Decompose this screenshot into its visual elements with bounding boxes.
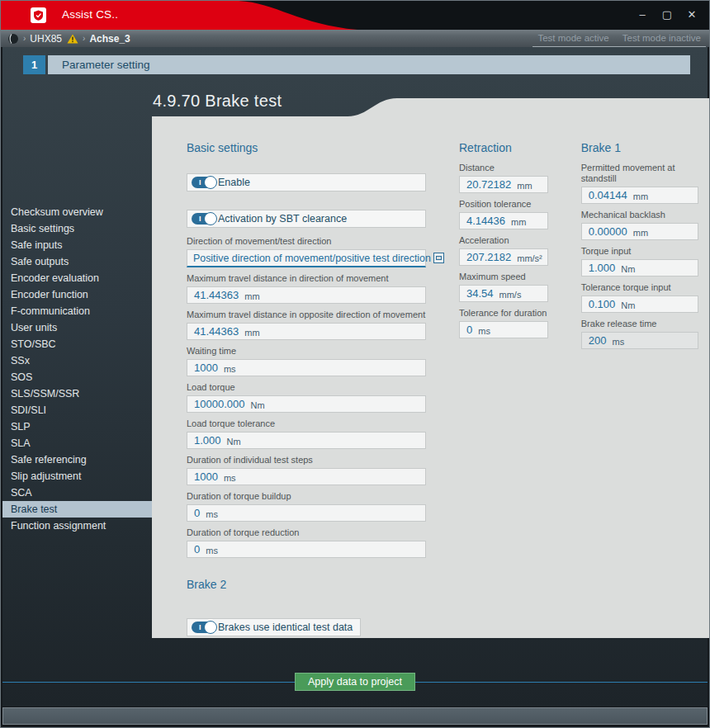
field-input[interactable]: 41.44363mm	[187, 323, 426, 340]
field-input[interactable]: 34.54mm/s	[459, 285, 548, 302]
field-unit: ms	[224, 473, 236, 483]
enable-toggle[interactable]: I Enable	[187, 173, 426, 191]
status-bar	[2, 707, 708, 725]
content-panel: Basic settings I Enable I Activation by …	[152, 98, 709, 638]
toggle-on-icon: I	[192, 622, 216, 633]
field-label: Load torque	[187, 382, 426, 393]
field-value: 41.44363	[194, 289, 239, 301]
sidebar-item-checksum-overview[interactable]: Checksum overview	[2, 204, 152, 220]
field-input[interactable]: 207.2182mm/s²	[459, 248, 548, 266]
maximize-button[interactable]: ▢	[658, 6, 676, 22]
field-group: Tolerance for duration0ms	[459, 308, 548, 338]
field-unit: Nm	[621, 300, 635, 310]
field-input[interactable]: 4.14436mm	[459, 212, 548, 229]
field-group: Duration of individual test steps1000ms	[187, 455, 426, 485]
field-input[interactable]: 200ms	[581, 332, 698, 349]
sidebar-item-slip-adjustment[interactable]: Slip adjustment	[2, 468, 152, 485]
field-input[interactable]: 20.72182mm	[459, 176, 548, 193]
panel-curve-decoration	[152, 98, 709, 116]
apply-data-button[interactable]: Apply data to project	[295, 673, 415, 691]
step-title-bar[interactable]: Parameter setting	[48, 55, 690, 74]
direction-dropdown-group: Direction of movement/test direction Pos…	[187, 236, 426, 267]
field-value: 0.00000	[589, 225, 627, 238]
field-label: Tolerance for duration	[459, 308, 548, 319]
field-input[interactable]: 41.44363mm	[187, 286, 426, 304]
field-unit: mm	[511, 217, 526, 227]
sidebar-item-sca[interactable]: SCA	[2, 485, 152, 501]
sidebar-item-function-assignment[interactable]: Function assignment	[2, 518, 152, 534]
field-input[interactable]: 0ms	[459, 321, 548, 338]
breadcrumb: › UHX85 › Achse_3 Test mode active Test …	[1, 30, 709, 47]
sbt-clearance-toggle[interactable]: I Activation by SBT clearance	[187, 210, 426, 228]
sidebar-item-slp[interactable]: SLP	[2, 418, 152, 435]
field-label: Permitted movement at standstill	[581, 163, 698, 184]
field-input[interactable]: 10000.000Nm	[187, 395, 426, 413]
field-group: Position tolerance4.14436mm	[459, 199, 548, 229]
field-unit: ms	[612, 337, 624, 347]
field-unit: mm/s	[499, 290, 522, 300]
field-input[interactable]: 1000ms	[187, 468, 426, 485]
field-label: Maximum travel distance in opposite dire…	[187, 310, 426, 320]
sidebar-item-sls-ssm-ssr[interactable]: SLS/SSM/SSR	[2, 385, 152, 402]
field-group: Maximum travel distance in direction of …	[187, 273, 426, 304]
network-icon[interactable]	[7, 33, 19, 45]
field-input[interactable]: 0.00000mm	[581, 223, 698, 240]
field-label: Waiting time	[187, 346, 426, 357]
field-value: 0	[194, 543, 200, 555]
field-unit: mm	[244, 328, 259, 338]
field-unit: ms	[478, 326, 490, 336]
sidebar-item-encoder-evaluation[interactable]: Encoder evaluation	[2, 270, 152, 286]
field-input[interactable]: 0.04144mm	[581, 187, 698, 204]
sidebar-item-basic-settings[interactable]: Basic settings	[2, 220, 152, 237]
basic-settings-heading: Basic settings	[187, 141, 426, 154]
sidebar-item-safe-inputs[interactable]: Safe inputs	[2, 237, 152, 253]
sidebar-item-encoder-function[interactable]: Encoder function	[2, 286, 152, 303]
field-group: Load torque10000.000Nm	[187, 382, 426, 413]
field-group: Permitted movement at standstill0.04144m…	[581, 163, 698, 204]
sidebar-item-f-communication[interactable]: F-communication	[2, 303, 152, 319]
field-group: Torque input1.000Nm	[581, 246, 698, 277]
field-label: Duration of individual test steps	[187, 455, 426, 466]
main-area: 1 Parameter setting 4.9.70 Brake test Ch…	[2, 47, 708, 707]
field-value: 1000	[194, 470, 218, 483]
field-input[interactable]: 0.100Nm	[581, 295, 698, 313]
sidebar-item-sto-sbc[interactable]: STO/SBC	[2, 336, 152, 352]
field-input[interactable]: 0ms	[187, 504, 426, 522]
field-label: Mechanical backlash	[581, 210, 698, 220]
field-unit: Nm	[621, 264, 635, 274]
test-mode-active-tab[interactable]: Test mode active	[537, 33, 608, 43]
close-button[interactable]: ✕	[683, 6, 701, 22]
sidebar-item-ssx[interactable]: SSx	[2, 352, 152, 369]
toggle-label: Activation by SBT clearance	[218, 213, 347, 225]
basic-fields: Maximum travel distance in direction of …	[187, 273, 426, 558]
sidebar-item-brake-test[interactable]: Brake test	[2, 501, 152, 518]
minimize-button[interactable]: –	[633, 6, 651, 22]
sidebar-item-user-units[interactable]: User units	[2, 319, 152, 336]
sidebar-item-sos[interactable]: SOS	[2, 369, 152, 385]
field-value: 0.04144	[589, 189, 627, 201]
field-value: 1000	[194, 362, 218, 374]
sidebar-item-sla[interactable]: SLA	[2, 435, 152, 451]
identical-test-data-toggle[interactable]: I Brakes use identical test data	[187, 618, 361, 636]
field-unit: mm	[633, 228, 648, 238]
field-value: 20.72182	[466, 178, 511, 191]
toggle-on-icon: I	[192, 177, 216, 188]
field-input[interactable]: 1.000Nm	[581, 259, 698, 277]
field-input[interactable]: 0ms	[187, 541, 426, 558]
direction-dropdown[interactable]: Positive direction of movement/positive …	[187, 249, 426, 267]
field-label: Maximum travel distance in direction of …	[187, 273, 426, 284]
test-mode-inactive-tab[interactable]: Test mode inactive	[622, 33, 701, 43]
breadcrumb-axis[interactable]: Achse_3	[89, 33, 130, 45]
field-input[interactable]: 1.000Nm	[187, 432, 426, 449]
sidebar-item-safe-outputs[interactable]: Safe outputs	[2, 253, 152, 270]
sidebar-item-safe-referencing[interactable]: Safe referencing	[2, 451, 152, 468]
sidebar-item-sdi-sli[interactable]: SDI/SLI	[2, 402, 152, 418]
field-value: 34.54	[466, 287, 494, 300]
field-group: Maximum speed34.54mm/s	[459, 272, 548, 302]
app-window: Assist CS.. – ▢ ✕ › UHX85 › Achse_3 Test…	[0, 0, 710, 728]
breadcrumb-device[interactable]: UHX85	[30, 33, 62, 45]
breadcrumb-separator: ›	[83, 34, 85, 43]
field-input[interactable]: 1000ms	[187, 359, 426, 376]
field-value: 4.14436	[466, 215, 505, 227]
field-unit: Nm	[250, 400, 264, 410]
